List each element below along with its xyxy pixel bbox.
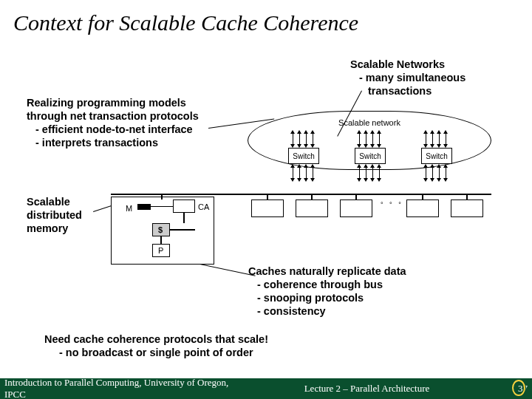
footer-left: Introduction to Parallel Computing, Univ… [0, 377, 246, 399]
arrows-icon [355, 131, 386, 147]
text: - snooping protocols [248, 291, 406, 304]
annot-bottom: Need cache coherence protocols that scal… [44, 332, 268, 359]
node-strip: ° ° ° M CA $ P [111, 189, 495, 263]
text: - interprets transactions [27, 136, 199, 149]
connector [311, 194, 313, 200]
switch-box: Switch [421, 148, 452, 164]
switch-box: Switch [288, 148, 319, 164]
text: transactions [350, 84, 466, 98]
wire [183, 213, 185, 223]
text: distributed [27, 208, 82, 222]
node-icon [251, 200, 284, 217]
annot-top-left: Realizing programming models through net… [27, 96, 199, 150]
connector [161, 194, 163, 200]
arrows-icon [355, 165, 386, 181]
oregon-logo-icon [508, 380, 529, 398]
connector [466, 194, 468, 200]
label-cache: $ [158, 225, 163, 234]
wire [151, 206, 173, 207]
annot-mid-left: Scalable distributed memory [27, 195, 82, 235]
label-p: P [158, 246, 163, 255]
connector [355, 194, 357, 200]
switch-box: Switch [355, 148, 386, 164]
arrows-icon [421, 131, 452, 147]
text: Realizing programming models [27, 96, 199, 109]
arrows-icon [288, 131, 319, 147]
annot-top-right: Scalable Networks - many simultaneous tr… [350, 58, 466, 98]
svg-point-1 [513, 381, 525, 395]
label-ca: CA [198, 202, 209, 211]
node-icon [451, 200, 483, 217]
mem-icon [137, 204, 151, 210]
connector [422, 194, 423, 200]
node-icon [296, 200, 328, 217]
wire [170, 229, 195, 231]
slide-title: Context for Scalable Cache Coherence [0, 0, 532, 35]
network-diagram: Scalable network Switch Switch Switch [248, 111, 491, 192]
text: - consistency [248, 304, 406, 318]
ca-box [173, 200, 195, 213]
text: Scalable Networks [350, 58, 466, 71]
text: Caches naturally replicate data [248, 265, 406, 278]
text: Need cache coherence protocols that scal… [44, 332, 268, 346]
arrows-icon [288, 165, 319, 181]
footer-mid: Lecture 2 – Parallel Architecture [246, 383, 488, 395]
footer-bar: Introduction to Parallel Computing, Univ… [0, 378, 532, 399]
label-m: M [126, 204, 132, 213]
text: - efficient node-to-net interface [27, 123, 199, 136]
text: through net transaction protocols [27, 109, 199, 123]
text: Scalable [27, 195, 82, 208]
node-icon [340, 200, 372, 217]
wire [160, 236, 162, 244]
bus-line [111, 194, 491, 195]
text: - coherence through bus [248, 278, 406, 291]
slide-body: Scalable Networks - many simultaneous tr… [0, 43, 532, 361]
ellipsis-icon: ° ° ° [381, 201, 403, 208]
text: - many simultaneous [350, 71, 466, 84]
text: - no broadcast or single point of order [44, 346, 268, 359]
annot-mid-right: Caches naturally replicate data - cohere… [248, 265, 406, 318]
connector [267, 194, 268, 200]
arrows-icon [421, 165, 452, 181]
network-label: Scalable network [248, 118, 491, 127]
text: memory [27, 222, 82, 235]
node-icon [406, 200, 439, 217]
